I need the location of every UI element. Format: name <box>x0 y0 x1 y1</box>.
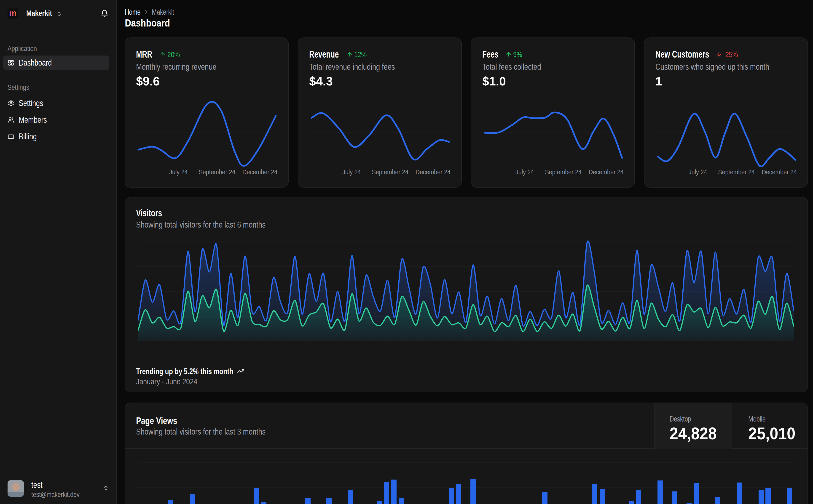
svg-text:m: m <box>9 8 17 18</box>
